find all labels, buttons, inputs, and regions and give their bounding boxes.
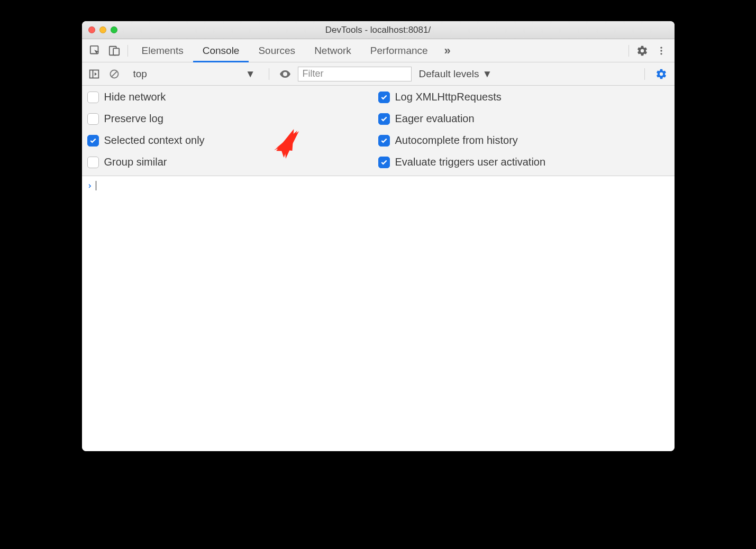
checkbox-box: [378, 135, 390, 147]
tab-sources[interactable]: Sources: [249, 39, 305, 62]
more-tabs-icon[interactable]: »: [439, 42, 457, 60]
checkbox-label: Preserve log: [104, 113, 163, 125]
zoom-window-button[interactable]: [111, 26, 117, 33]
close-window-button[interactable]: [88, 26, 95, 33]
checkbox-box: [87, 157, 99, 168]
tab-performance[interactable]: Performance: [361, 39, 438, 62]
filter-input[interactable]: [298, 67, 412, 81]
checkbox-hide-network[interactable]: Hide network: [87, 91, 378, 103]
main-tabbar: Elements Console Sources Network Perform…: [82, 39, 675, 62]
context-selected-label: top: [133, 68, 147, 80]
svg-rect-6: [89, 70, 98, 78]
chevron-down-icon: ▼: [245, 68, 256, 80]
checkbox-box: [87, 113, 99, 125]
tab-label: Sources: [258, 45, 295, 57]
tab-elements[interactable]: Elements: [132, 39, 193, 62]
device-toolbar-icon[interactable]: [105, 42, 123, 60]
console-toolbar: top ▼ Default levels ▼: [82, 62, 675, 86]
checkbox-group-similar[interactable]: Group similar: [87, 156, 378, 168]
checkbox-box: [87, 135, 99, 147]
checkbox-label: Group similar: [104, 156, 167, 168]
checkbox-log-xhr[interactable]: Log XMLHttpRequests: [378, 91, 669, 103]
console-settings-panel: Hide network Log XMLHttpRequests Preserv…: [82, 86, 675, 176]
tab-network[interactable]: Network: [305, 39, 361, 62]
checkbox-box: [378, 92, 390, 103]
tab-console[interactable]: Console: [193, 39, 249, 62]
tab-label: Elements: [142, 45, 184, 57]
checkbox-label: Evaluate triggers user activation: [395, 156, 546, 168]
divider: [127, 45, 128, 57]
checkbox-label: Log XMLHttpRequests: [395, 91, 502, 103]
settings-gear-icon[interactable]: [633, 42, 651, 60]
console-settings-gear-icon[interactable]: [652, 65, 670, 83]
toggle-sidebar-icon[interactable]: [86, 65, 102, 83]
window-controls: [82, 26, 117, 33]
checkbox-preserve-log[interactable]: Preserve log: [87, 113, 378, 125]
text-caret: [96, 181, 96, 190]
checkbox-box: [87, 92, 99, 103]
checkbox-selected-context-only[interactable]: Selected context only: [87, 134, 378, 147]
minimize-window-button[interactable]: [99, 26, 106, 33]
console-prompt[interactable]: ›: [87, 180, 669, 191]
tab-label: Performance: [370, 45, 428, 57]
svg-point-3: [660, 47, 662, 48]
panel-tabs: Elements Console Sources Network Perform…: [132, 39, 438, 62]
divider: [629, 45, 629, 57]
kebab-menu-icon[interactable]: [652, 42, 670, 60]
svg-rect-2: [113, 48, 119, 55]
checkbox-eager-eval[interactable]: Eager evaluation: [378, 113, 669, 125]
tab-label: Console: [203, 45, 240, 57]
checkbox-label: Hide network: [104, 91, 166, 103]
prompt-chevron-icon: ›: [87, 180, 93, 191]
svg-point-4: [660, 50, 662, 51]
inspect-element-icon[interactable]: [86, 42, 104, 60]
devtools-window: DevTools - localhost:8081/ Elements Cons…: [82, 21, 675, 451]
checkbox-label: Eager evaluation: [395, 113, 475, 125]
checkbox-label: Autocomplete from history: [395, 134, 518, 147]
svg-point-5: [660, 53, 662, 54]
clear-console-icon[interactable]: [106, 65, 122, 83]
chevron-down-icon: ▼: [482, 68, 493, 80]
console-output[interactable]: ›: [82, 176, 675, 451]
checkbox-autocomplete-history[interactable]: Autocomplete from history: [378, 134, 669, 147]
checkbox-box: [378, 113, 390, 125]
checkbox-label: Selected context only: [104, 134, 205, 147]
checkbox-box: [378, 157, 390, 168]
checkbox-evaluate-triggers-activation[interactable]: Evaluate triggers user activation: [378, 156, 669, 168]
tab-label: Network: [314, 45, 351, 57]
window-title: DevTools - localhost:8081/: [82, 25, 675, 35]
titlebar: DevTools - localhost:8081/: [82, 21, 675, 39]
levels-label: Default levels: [419, 68, 479, 80]
divider: [269, 68, 269, 80]
divider: [644, 68, 645, 80]
live-expression-eye-icon[interactable]: [277, 65, 294, 83]
context-selector[interactable]: top ▼: [126, 66, 261, 82]
log-levels-selector[interactable]: Default levels ▼: [416, 68, 496, 80]
